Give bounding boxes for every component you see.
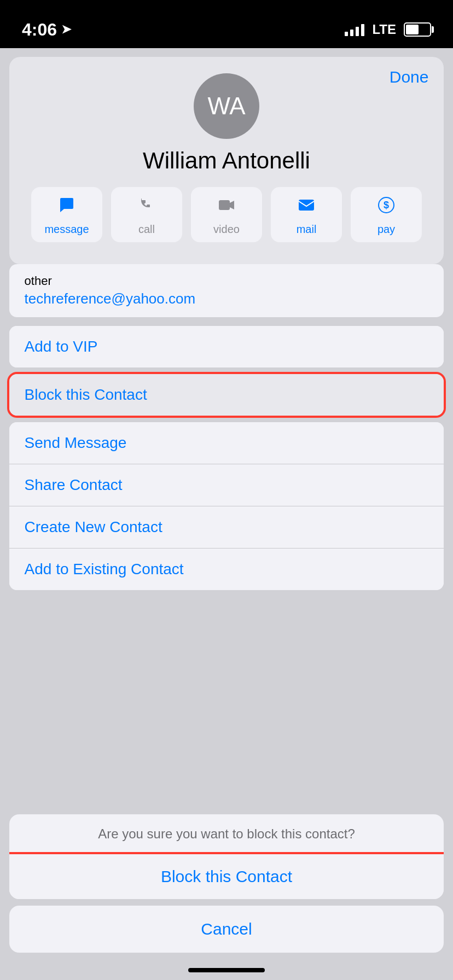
confirm-message: Are you sure you want to block this cont… [9,814,444,854]
lte-indicator: LTE [372,22,396,37]
status-time: 4:06 ➤ [22,20,71,40]
email-value[interactable]: techreference@yahoo.com [25,290,429,307]
block-contact-item[interactable]: Block this Contact [9,374,444,416]
signal-bar-4 [361,24,364,36]
status-bar: 4:06 ➤ LTE [0,0,453,48]
location-icon: ➤ [61,22,71,37]
pay-icon: $ [377,196,396,219]
time-display: 4:06 [22,20,57,40]
avatar-initials: WA [207,92,245,120]
message-button[interactable]: message [31,187,102,242]
confirm-block-button[interactable]: Block this Contact [9,854,444,899]
pay-button[interactable]: $ pay [351,187,422,242]
email-label: other [25,274,429,288]
signal-bar-2 [350,30,353,36]
signal-bars [345,23,364,36]
action-buttons-row: message call video [20,187,433,242]
call-icon [137,196,156,219]
pay-label: pay [378,223,395,236]
send-message-item[interactable]: Send Message [9,422,444,464]
message-icon [57,196,76,219]
call-button[interactable]: call [111,187,182,242]
avatar: WA [194,73,259,139]
vip-section: Add to VIP [9,326,444,368]
battery-fill [406,25,419,34]
more-actions-section: Send Message Share Contact Create New Co… [9,422,444,590]
main-content: Done WA William Antonelli message [0,48,453,980]
battery-indicator [404,22,431,37]
email-row: other techreference@yahoo.com [9,264,444,317]
contact-name: William Antonelli [143,148,310,174]
create-new-contact-item[interactable]: Create New Contact [9,506,444,549]
mail-icon [297,196,316,219]
svg-rect-0 [219,200,230,210]
signal-bar-3 [356,27,359,36]
svg-text:$: $ [384,200,389,211]
video-button[interactable]: video [191,187,262,242]
mail-label: mail [297,223,317,236]
home-indicator [188,968,265,972]
bottom-modal: Are you sure you want to block this cont… [9,814,444,953]
share-contact-item[interactable]: Share Contact [9,464,444,506]
call-label: call [138,223,155,236]
message-label: message [44,223,89,236]
done-button[interactable]: Done [390,68,429,86]
add-to-vip-item[interactable]: Add to VIP [9,326,444,368]
confirm-sheet: Are you sure you want to block this cont… [9,814,444,899]
mail-button[interactable]: mail [271,187,342,242]
contact-sheet: Done WA William Antonelli message [9,57,444,264]
signal-bar-1 [345,32,348,36]
block-section: Block this Contact [9,374,444,416]
video-icon [217,196,236,219]
svg-rect-1 [299,200,314,211]
video-label: video [213,223,240,236]
status-right-icons: LTE [345,22,431,37]
cancel-button[interactable]: Cancel [9,906,444,953]
add-to-existing-contact-item[interactable]: Add to Existing Contact [9,549,444,590]
